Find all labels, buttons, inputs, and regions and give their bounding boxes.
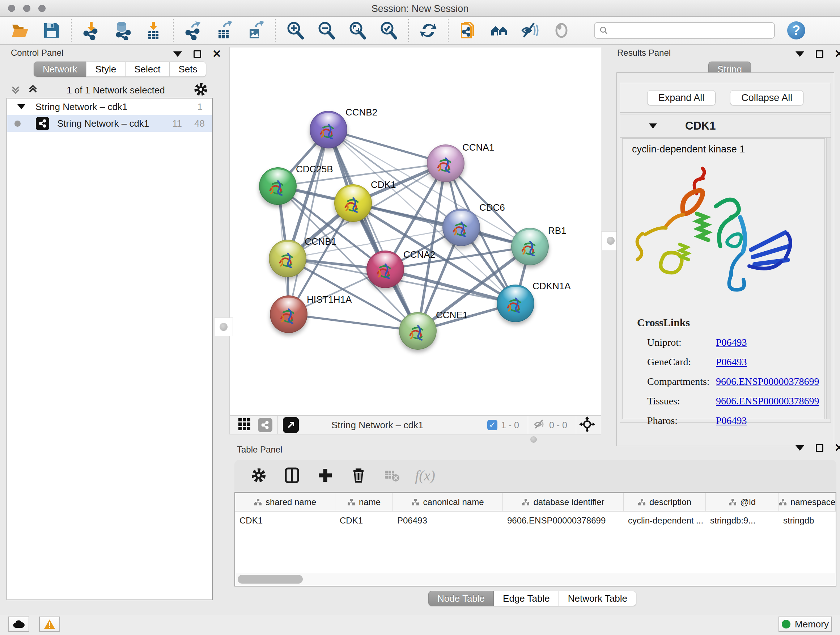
table-settings-gear-icon[interactable] [249,466,268,485]
help-button[interactable]: ? [787,21,805,40]
tab-select[interactable]: Select [125,62,169,77]
node-CCNA2[interactable] [366,250,404,288]
tab-edge-table[interactable]: Edge Table [494,591,559,606]
results-scrollbar[interactable] [826,138,830,419]
warnings-button[interactable] [39,616,60,632]
control-panel-float-icon[interactable] [193,49,202,59]
zoom-selected-icon[interactable] [378,20,399,41]
table-panel-float-icon[interactable] [815,443,824,453]
section-collapse-icon[interactable] [649,124,657,128]
crosslink-link[interactable]: P06493 [716,415,747,426]
left-splitter-handle[interactable] [214,318,233,336]
network-options-gear-icon[interactable] [193,82,208,98]
import-network-icon[interactable] [81,20,101,41]
import-network-from-database-icon[interactable] [112,20,133,41]
birdseye-houses-icon[interactable] [489,20,509,41]
tab-style[interactable]: Style [86,62,125,77]
table-cell[interactable]: 9606.ENSP00000378699 [503,512,624,529]
birdseye-toggle-icon[interactable] [579,416,595,434]
table-cell[interactable]: CDK1 [335,512,393,529]
delete-column-icon[interactable] [349,466,368,485]
show-columns-icon[interactable] [283,466,301,485]
table-cell[interactable]: P06493 [393,512,503,529]
zoom-out-icon[interactable] [316,20,336,41]
grid-view-icon[interactable] [238,417,251,432]
selected-nodes-checkbox[interactable]: ✓ [487,420,497,430]
tab-network-table[interactable]: Network Table [559,591,636,606]
node-section-header[interactable]: CDK1 [620,114,831,138]
network-canvas[interactable]: CCNB2CCNA1CDC25BCDK1CDC6RB1CCNB1CCNA2CDK… [229,47,601,416]
node-CDC25B[interactable] [259,167,297,205]
export-network-icon[interactable] [183,20,203,41]
export-table-icon[interactable] [214,20,234,41]
expand-collapse-bar: Expand All Collapse All [620,83,831,112]
node-CCNB1[interactable] [269,240,306,277]
column-header-@id[interactable]: @id [706,493,779,511]
table-cell[interactable]: cyclin-dependent ... [624,512,706,529]
results-panel-float-icon[interactable] [815,49,824,59]
open-file-icon[interactable] [10,20,30,41]
collapse-all-button[interactable]: Collapse All [730,90,804,105]
collapse-all-networks-icon[interactable] [27,84,38,96]
network-edge-count: 48 [194,118,205,129]
highlight-eye-icon[interactable] [551,20,572,41]
network-edges [230,48,601,415]
zoom-in-icon[interactable] [285,20,305,41]
results-panel-close-icon[interactable]: ✕ [834,49,840,59]
memory-button[interactable]: Memory [778,616,832,632]
table-panel-menu-icon[interactable] [795,443,805,453]
tab-node-table[interactable]: Node Table [428,591,494,606]
node-CDK1[interactable] [334,184,372,222]
node-RB1[interactable] [511,228,549,265]
refresh-icon[interactable] [418,20,439,41]
node-HIST1H1A[interactable] [270,295,308,333]
column-header-database-identifier[interactable]: database identifier [503,493,624,511]
column-header-description[interactable]: description [624,493,706,511]
node-CDKN1A[interactable] [497,285,534,322]
crosslink-link[interactable]: 9606.ENSP00000378699 [716,395,819,407]
hscrollbar-thumb[interactable] [238,575,303,584]
crosslink-link[interactable]: P06493 [716,356,747,368]
node-CDC6[interactable] [442,209,480,246]
control-panel-close-icon[interactable]: ✕ [212,49,221,59]
detach-view-icon[interactable] [283,417,299,433]
network-row[interactable]: String Network – cdk1 11 48 [7,115,212,132]
table-row[interactable]: CDK1CDK1P064939606.ENSP00000378699cyclin… [235,512,836,529]
tab-sets[interactable]: Sets [169,62,206,77]
control-panel-menu-icon[interactable] [173,49,182,59]
expand-all-networks-icon[interactable] [10,84,21,96]
show-hide-eye-icon[interactable] [520,20,540,41]
search-input[interactable] [611,25,774,35]
add-column-icon[interactable] [316,466,334,485]
import-table-icon[interactable] [143,20,164,41]
function-builder-icon[interactable]: f(x) [416,466,434,485]
node-CCNE1[interactable] [399,312,437,350]
cloud-button[interactable] [8,616,29,632]
table-cell[interactable]: CDK1 [235,512,335,529]
column-header-canonical-name[interactable]: canonical name [393,493,503,511]
results-panel-menu-icon[interactable] [795,49,805,59]
delete-table-icon[interactable] [383,466,401,485]
column-header-namespace[interactable]: namespace [779,493,836,511]
table-panel-close-icon[interactable]: ✕ [834,443,840,453]
hidden-items-icon[interactable] [533,418,546,432]
share-file-icon[interactable] [458,20,478,41]
column-header-name[interactable]: name [335,493,393,511]
collection-expand-icon[interactable] [17,104,25,109]
column-header-shared-name[interactable]: shared name [235,493,335,511]
zoom-fit-icon[interactable] [347,20,368,41]
table-cell[interactable]: stringdb [779,512,836,529]
network-share-icon[interactable] [258,418,272,432]
crosslink-link[interactable]: P06493 [716,337,747,348]
crosslink-link[interactable]: 9606.ENSP00000378699 [716,376,819,387]
network-collection-row[interactable]: String Network – cdk1 1 [7,98,212,115]
bottom-splitter-handle[interactable] [524,434,543,445]
node-CCNA1[interactable] [427,144,464,182]
export-image-icon[interactable] [245,20,265,41]
table-hscrollbar[interactable] [236,573,835,585]
expand-all-button[interactable]: Expand All [647,90,716,105]
table-cell[interactable]: stringdb:9... [706,512,779,529]
save-session-icon[interactable] [41,20,62,41]
tab-network[interactable]: Network [34,62,86,77]
node-CCNB2[interactable] [309,111,347,149]
